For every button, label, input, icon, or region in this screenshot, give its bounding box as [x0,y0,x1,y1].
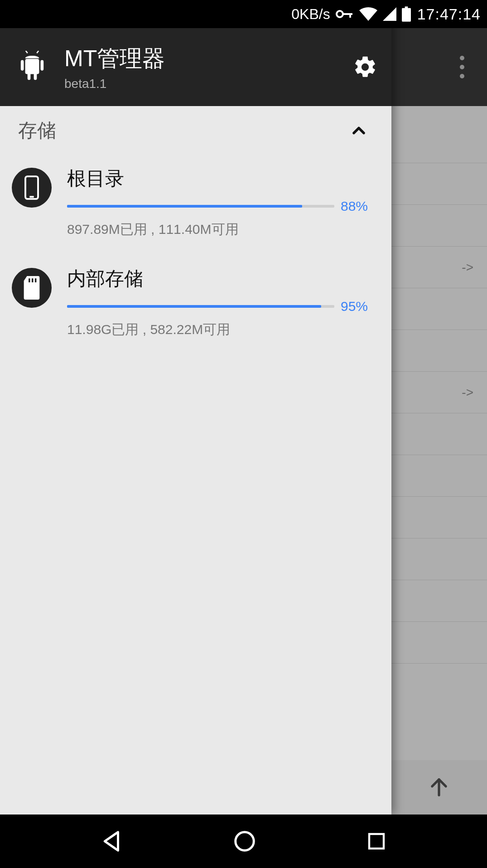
navigation-drawer: MT管理器 beta1.1 存储 根目录 88% 897.89M已用 , [0,0,391,815]
svg-rect-1 [25,59,39,74]
storage-progress-bar [67,305,334,308]
app-title: MT管理器 [64,44,334,74]
vpn-key-icon [336,9,354,19]
cellular-signal-icon [383,7,396,21]
network-speed: 0KB/s [291,6,330,23]
triangle-back-icon [100,829,124,853]
android-icon [18,51,46,83]
svg-rect-19 [369,834,384,849]
status-bar: 0KB/s 17:47:14 [0,0,487,28]
status-clock: 17:47:14 [417,5,481,23]
storage-percent: 88% [341,199,373,214]
svg-rect-4 [28,73,31,80]
sdcard-icon [12,268,52,308]
recents-button[interactable] [366,830,387,852]
storage-percent: 95% [341,299,373,314]
square-recents-icon [366,830,387,852]
overflow-menu-button[interactable] [460,56,464,78]
svg-point-13 [337,11,343,17]
gear-icon [352,54,378,80]
storage-detail: 897.89M已用 , 111.40M可用 [67,220,373,239]
svg-rect-11 [32,278,33,282]
back-button[interactable] [100,829,124,853]
phone-icon [12,168,52,208]
battery-icon [402,6,411,22]
storage-name: 内部存储 [67,266,373,291]
svg-rect-16 [402,8,411,22]
circle-home-icon [232,829,257,853]
svg-rect-15 [349,13,351,18]
svg-rect-10 [29,278,30,282]
chevron-up-icon [349,121,369,141]
svg-rect-12 [35,278,36,282]
storage-name: 根目录 [67,166,373,191]
screen: -> -> MT管理器 be [0,0,487,868]
storage-detail: 11.98G已用 , 582.22M可用 [67,320,373,339]
system-navigation-bar [0,815,487,868]
svg-rect-17 [405,6,408,9]
svg-line-6 [26,51,28,53]
svg-rect-3 [41,60,44,71]
home-button[interactable] [232,829,257,853]
storage-item-internal[interactable]: 内部存储 95% 11.98G已用 , 582.22M可用 [0,255,391,355]
storage-item-root[interactable]: 根目录 88% 897.89M已用 , 111.40M可用 [0,155,391,255]
svg-rect-5 [34,73,37,80]
svg-line-7 [37,51,39,53]
svg-rect-2 [21,60,24,71]
svg-point-18 [236,832,254,851]
section-title: 存储 [18,118,56,143]
app-version: beta1.1 [64,77,334,91]
settings-button[interactable] [352,54,378,80]
storage-section-header[interactable]: 存储 [0,106,391,155]
wifi-icon [359,7,377,21]
storage-progress-bar [67,205,334,208]
svg-rect-8 [25,176,38,199]
arrow-up-icon [427,776,451,799]
drawer-header: MT管理器 beta1.1 [0,28,391,106]
